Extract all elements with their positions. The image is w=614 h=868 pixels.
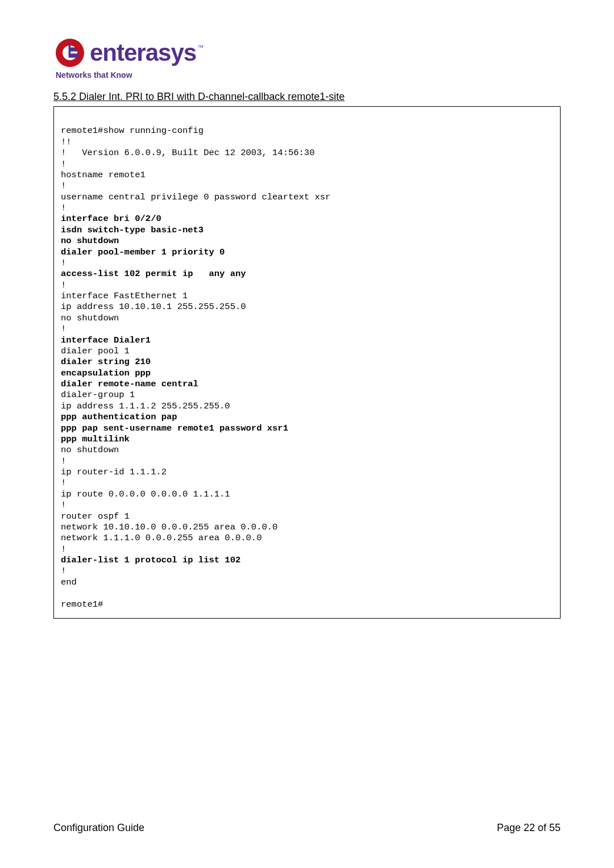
code-line: dialer-list 1 protocol ip list 102 [61,555,240,565]
page-footer: Configuration Guide Page 22 of 55 [53,822,561,834]
code-line: end [61,577,77,587]
code-line: ip route 0.0.0.0 0.0.0.0 1.1.1.1 [61,489,230,499]
footer-left: Configuration Guide [53,822,144,834]
section-title: 5.5.2 Dialer Int. PRI to BRI with D-chan… [53,91,561,103]
code-line: no shutdown [61,313,119,323]
code-line: ppp multilink [61,434,130,444]
code-line: ! [61,258,66,268]
code-line: ! [61,456,66,466]
brand-text: enterasys [90,41,196,65]
code-line: ip address 1.1.1.2 255.255.255.0 [61,401,230,411]
code-line: remote1# [61,599,103,610]
code-line: ! [61,500,66,510]
code-line: interface bri 0/2/0 [61,214,161,224]
code-line: no shutdown [61,445,119,455]
code-line: interface Dialer1 [61,335,151,345]
code-line: dialer pool 1 [61,346,130,356]
code-line: ! Version 6.0.0.9, Built Dec 12 2003, 14… [61,148,314,158]
code-line: access-list 102 permit ip any any [61,269,246,279]
code-line: !! [61,137,72,147]
code-line: username central privilege 0 password cl… [61,192,330,202]
code-line: network 1.1.1.0 0.0.0.255 area 0.0.0.0 [61,533,262,543]
code-line: hostname remote1 [61,170,146,180]
logo-block: enterasys™ Networks that Know [53,36,561,80]
code-line: ppp authentication pap [61,412,177,422]
code-line: ! [61,566,66,576]
code-line: dialer remote-name central [61,379,198,389]
code-line: ! [61,203,66,213]
code-line: ! [61,181,66,191]
code-line: isdn switch-type basic-net3 [61,225,204,235]
code-line: dialer pool-member 1 priority 0 [61,247,225,257]
code-line: router ospf 1 [61,511,130,521]
code-line: ! [61,478,66,488]
code-line: network 10.10.10.0 0.0.0.255 area 0.0.0.… [61,522,277,532]
code-line: no shutdown [61,236,119,246]
code-line: ! [61,159,66,169]
code-line: ip address 10.10.10.1 255.255.255.0 [61,302,246,312]
code-line: ip router-id 1.1.1.2 [61,467,167,477]
code-line: dialer-group 1 [61,390,135,400]
brand-name: enterasys™ [90,41,203,65]
code-block: remote1#show running-config !! ! Version… [53,106,561,619]
trademark: ™ [197,44,203,51]
logo-mark-icon [53,36,86,69]
code-line: ppp pap sent-username remote1 password x… [61,423,288,433]
tagline: Networks that Know [20,70,203,80]
code-line: ! [61,280,66,290]
footer-right: Page 22 of 55 [497,822,561,834]
code-line: remote1#show running-config [61,126,204,136]
code-line: interface FastEthernet 1 [61,291,188,301]
code-line: ! [61,544,66,554]
code-line: encapsulation ppp [61,368,151,378]
code-line: ! [61,324,66,334]
code-line: dialer string 210 [61,357,151,367]
